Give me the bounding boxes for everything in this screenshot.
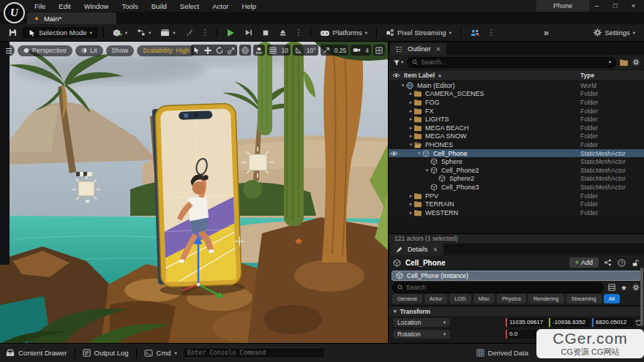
- select-tool-button[interactable]: [191, 45, 202, 56]
- camera-speed-value[interactable]: 4: [363, 45, 371, 56]
- location-x-field[interactable]: 11035.09617: [506, 318, 547, 327]
- outliner-row-terrain[interactable]: ▸TERRAINFolder: [389, 200, 644, 208]
- expander-arrow[interactable]: ▸: [408, 91, 414, 97]
- details-scrollbar[interactable]: [640, 268, 643, 326]
- viewport-3d[interactable]: Perspective Lit Show Scalability: High: [0, 42, 388, 344]
- expander-arrow[interactable]: ▸: [408, 210, 414, 216]
- menu-build[interactable]: Build: [145, 0, 173, 12]
- cmd-dropdown[interactable]: Cmd▾: [144, 349, 177, 357]
- content-drawer-button[interactable]: Content Drawer: [6, 349, 67, 357]
- tab-main-level[interactable]: ▲ Main*: [27, 12, 116, 24]
- outliner-row-cell-phone2[interactable]: ▾Cell_Phone2StaticMeshActor: [389, 166, 644, 175]
- blueprints-dropdown[interactable]: ▾: [133, 27, 154, 38]
- cinematics-dropdown[interactable]: ▾: [157, 27, 179, 38]
- save-button[interactable]: [5, 27, 20, 38]
- world-space-toggle[interactable]: [239, 45, 251, 56]
- selection-mode-dropdown[interactable]: Selection Mode▾: [23, 27, 98, 38]
- lit-dropdown[interactable]: Lit: [75, 45, 103, 56]
- skip-button[interactable]: [241, 27, 256, 38]
- column-type[interactable]: Type: [580, 72, 594, 79]
- console-command-input[interactable]: Enter Console Command: [182, 347, 326, 358]
- scale-snap-toggle[interactable]: [321, 45, 332, 56]
- show-dropdown[interactable]: Show: [106, 45, 135, 56]
- menu-window[interactable]: Window: [78, 0, 116, 12]
- expander-arrow[interactable]: ▾: [424, 167, 430, 173]
- scale-tool-button[interactable]: [225, 45, 237, 56]
- filter-chip-lod[interactable]: LOD: [449, 294, 471, 303]
- expander-arrow[interactable]: ▸: [408, 201, 414, 207]
- derived-data-button[interactable]: Derived Data: [476, 349, 528, 357]
- toolbar-overflow-chevrons[interactable]: »: [540, 26, 553, 39]
- close-tab-icon[interactable]: ✕: [433, 246, 438, 253]
- visibility-eye-icon[interactable]: [389, 151, 400, 157]
- scale-snap-value[interactable]: 0.25: [332, 45, 349, 56]
- close-tab-icon[interactable]: ✕: [436, 46, 441, 53]
- expander-arrow[interactable]: ▸: [408, 116, 414, 122]
- help-button[interactable]: ?: [617, 259, 626, 267]
- outliner-filter-button[interactable]: ▾: [392, 59, 404, 66]
- unreal-logo-icon[interactable]: U: [4, 2, 25, 23]
- settings-dropdown[interactable]: Settings▾: [590, 27, 639, 38]
- details-settings-button[interactable]: [632, 284, 640, 291]
- filter-chip-misc[interactable]: Misc: [473, 294, 495, 303]
- menu-edit[interactable]: Edit: [52, 0, 77, 12]
- tab-details[interactable]: Details ✕: [390, 244, 443, 255]
- outliner-row-western[interactable]: ▸WESTERNFolder: [389, 208, 644, 217]
- outliner-row-sphere2[interactable]: Sphere2StaticMeshActor: [389, 175, 644, 184]
- filter-chip-all[interactable]: All: [604, 294, 620, 303]
- scalability-warning-button[interactable]: Scalability: High: [137, 45, 195, 56]
- outliner-row-ppv[interactable]: ▸PPVFolder: [389, 192, 644, 200]
- minimize-button[interactable]: –: [588, 0, 606, 12]
- expander-arrow[interactable]: ▾: [416, 151, 422, 157]
- display-options-button[interactable]: [607, 284, 616, 291]
- pixel-streaming-dropdown[interactable]: Pixel Streaming▾: [382, 27, 455, 38]
- expander-arrow[interactable]: ▸: [408, 125, 414, 131]
- transform-section-header[interactable]: ▾ Transform: [389, 306, 644, 316]
- camera-speed-button[interactable]: [351, 45, 363, 56]
- expander-arrow[interactable]: ▸: [408, 133, 414, 139]
- column-item-label[interactable]: Item Label: [404, 72, 435, 79]
- perspective-dropdown[interactable]: Perspective: [18, 45, 72, 56]
- add-actor-dropdown[interactable]: + ▾: [109, 27, 131, 39]
- filter-chip-rendering[interactable]: Rendering: [528, 294, 564, 303]
- menu-help[interactable]: Help: [235, 0, 263, 12]
- tab-outliner[interactable]: Outliner ✕: [390, 43, 446, 55]
- expander-arrow[interactable]: ▾: [408, 142, 414, 148]
- outliner-row-sphere[interactable]: SphereStaticMeshActor: [389, 157, 644, 166]
- outliner-search-input[interactable]: Search... ▾: [407, 57, 616, 68]
- outliner-row-mega-snow[interactable]: ▸MEGA SNOWFolder: [389, 132, 644, 141]
- rotation-dropdown[interactable]: Rotation▾: [393, 330, 450, 339]
- surface-snapping-button[interactable]: [253, 45, 265, 56]
- instance-row[interactable]: Cell_Phone (Instance): [392, 271, 641, 281]
- multiuser-options-dots[interactable]: ⋮: [485, 29, 498, 37]
- expander-arrow[interactable]: ▸: [408, 99, 414, 105]
- filter-chip-general[interactable]: General: [392, 294, 422, 303]
- menu-actor[interactable]: Actor: [206, 0, 235, 12]
- outliner-settings-button[interactable]: [632, 59, 640, 66]
- viewport-menu-button[interactable]: [3, 45, 15, 56]
- outliner-row-camera-scenes[interactable]: ▸CAMERA_SCENESFolder: [389, 90, 644, 99]
- rotation-snap-toggle[interactable]: [293, 45, 304, 56]
- close-button[interactable]: ×: [624, 0, 643, 12]
- output-log-button[interactable]: Output Log: [83, 349, 129, 357]
- multi-user-button[interactable]: [466, 27, 483, 38]
- outliner-row-cell-phone3[interactable]: Cell_Phone3StaticMeshActor: [389, 183, 644, 192]
- favorites-button[interactable]: ★: [620, 284, 628, 292]
- details-search-input[interactable]: Search: [392, 282, 604, 293]
- menu-tools[interactable]: Tools: [115, 0, 144, 12]
- outliner-row-mega-beach[interactable]: ▸MEGA BEACHFolder: [389, 124, 644, 132]
- maximize-viewport-button[interactable]: [373, 45, 385, 56]
- location-y-field[interactable]: -10936.6352: [549, 318, 591, 327]
- play-button[interactable]: [222, 27, 239, 39]
- filter-chip-actor[interactable]: Actor: [424, 294, 448, 303]
- outliner-row-lights[interactable]: ▸LIGHTSFolder: [389, 115, 644, 124]
- maximize-button[interactable]: □: [606, 0, 624, 12]
- landscape-brush-button[interactable]: [181, 27, 197, 38]
- outliner-row-fx[interactable]: ▸FXFolder: [389, 107, 644, 116]
- filter-chip-physics[interactable]: Physics: [497, 294, 526, 303]
- grid-snap-toggle[interactable]: [267, 45, 279, 56]
- rotation-snap-value[interactable]: 10°: [304, 45, 318, 56]
- filter-chip-streaming[interactable]: Streaming: [566, 294, 602, 303]
- outliner-row-phones[interactable]: ▾PHONESFolder: [389, 140, 644, 149]
- rotate-tool-button[interactable]: [214, 45, 225, 56]
